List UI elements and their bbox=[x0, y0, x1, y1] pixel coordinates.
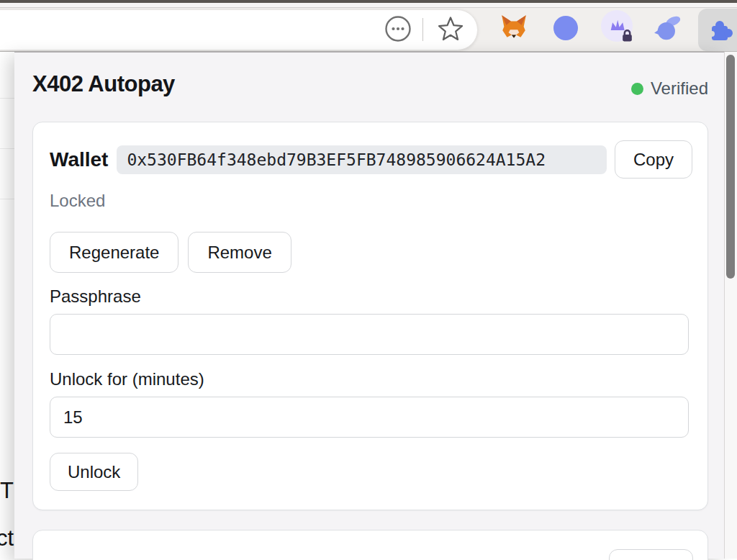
page-divider bbox=[0, 98, 14, 99]
unlock-duration-label: Unlock for (minutes) bbox=[50, 369, 204, 389]
passphrase-label: Passphrase bbox=[50, 286, 141, 307]
wallet-status: Locked bbox=[50, 191, 105, 211]
wallet-address: 0x530FB64f348ebd79B3EF5FB748985906624A15… bbox=[117, 145, 607, 174]
lock-icon bbox=[620, 29, 634, 42]
crown-lock-extension-icon[interactable] bbox=[601, 10, 633, 42]
blue-circle-extension-icon[interactable] bbox=[553, 16, 578, 40]
verified-label: Verified bbox=[651, 78, 708, 99]
browser-toolbar bbox=[0, 8, 737, 52]
tab-strip bbox=[0, 3, 737, 8]
page-text-fragment: ct bbox=[0, 525, 14, 551]
page-scrollbar bbox=[724, 52, 737, 559]
page-divider bbox=[0, 148, 14, 149]
remove-button[interactable]: Remove bbox=[188, 232, 291, 273]
metamask-fox-icon[interactable] bbox=[499, 12, 529, 42]
verified-badge: Verified bbox=[631, 78, 708, 99]
scrollbar-thumb[interactable] bbox=[726, 55, 735, 279]
wallet-row: Wallet 0x530FB64f348ebd79B3EF5FB74898590… bbox=[50, 140, 692, 179]
page-divider bbox=[0, 199, 14, 199]
bookmark-star-icon[interactable] bbox=[436, 14, 465, 43]
unlock-duration-input[interactable] bbox=[50, 397, 689, 438]
background-page: T ct bbox=[0, 52, 14, 559]
ellipsis-menu-icon[interactable] bbox=[384, 14, 412, 43]
extension-popup: X402 Autopay Verified Wallet 0x530FB64f3… bbox=[14, 52, 724, 559]
passphrase-input[interactable] bbox=[50, 314, 689, 355]
regenerate-button[interactable]: Regenerate bbox=[50, 232, 178, 273]
partial-button[interactable] bbox=[609, 549, 693, 560]
wallet-card: Wallet 0x530FB64f348ebd79B3EF5FB74898590… bbox=[32, 122, 708, 510]
extensions-menu-button[interactable] bbox=[698, 9, 737, 51]
wallet-actions: Regenerate Remove bbox=[50, 232, 291, 273]
verified-dot-icon bbox=[631, 83, 643, 95]
toolbar-divider bbox=[422, 18, 423, 41]
wallet-label: Wallet bbox=[50, 148, 108, 171]
unlock-button[interactable]: Unlock bbox=[50, 453, 138, 491]
rabbit-extension-icon[interactable] bbox=[654, 14, 684, 44]
page-text-fragment: T bbox=[0, 478, 14, 504]
secondary-card bbox=[32, 530, 708, 560]
copy-button[interactable]: Copy bbox=[615, 140, 692, 179]
extensions-puzzle-icon bbox=[707, 17, 733, 43]
popup-title: X402 Autopay bbox=[32, 71, 175, 97]
